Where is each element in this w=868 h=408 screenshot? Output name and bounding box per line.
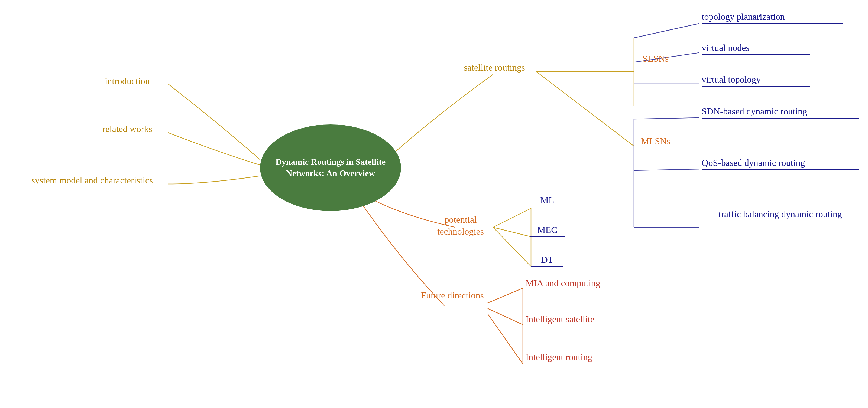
system-model-label: system model and characteristics — [16, 174, 168, 186]
connections-svg — [0, 0, 868, 408]
slsns-label: SLSNs — [634, 53, 677, 65]
svg-line-15 — [488, 308, 523, 325]
mindmap-container: Dynamic Routings in Satellite Networks: … — [0, 0, 868, 408]
mia-computing-label: MIA and computing — [526, 277, 650, 290]
center-label: Dynamic Routings in Satellite Networks: … — [260, 154, 401, 181]
dt-label: DT — [531, 254, 563, 267]
svg-line-7 — [634, 118, 699, 119]
mec-label: MEC — [530, 224, 565, 237]
future-directions-label: Future directions — [417, 290, 488, 301]
potential-technologies-label: potential technologies — [423, 214, 498, 238]
svg-line-11 — [493, 227, 531, 237]
svg-line-5 — [536, 72, 634, 146]
introduction-label: introduction — [84, 75, 171, 87]
svg-line-2 — [634, 24, 699, 38]
virtual-nodes-label: virtual nodes — [702, 42, 810, 55]
svg-line-8 — [634, 169, 699, 170]
ml-label: ML — [531, 194, 563, 207]
svg-line-10 — [493, 208, 531, 227]
traffic-balancing-label: traffic balancing dynamic routing — [702, 208, 859, 221]
qos-routing-label: QoS-based dynamic routing — [702, 157, 859, 170]
svg-line-16 — [488, 314, 523, 364]
sdn-routing-label: SDN-based dynamic routing — [702, 105, 859, 118]
topology-planarization-label: topology planarization — [702, 11, 842, 24]
svg-line-14 — [488, 288, 523, 303]
mlsns-label: MLSNs — [634, 135, 677, 147]
related-works-label: related works — [84, 123, 171, 135]
satellite-routings-label: satellite routings — [450, 62, 539, 74]
intelligent-routing-label: Intelligent routing — [526, 351, 650, 364]
svg-line-12 — [493, 227, 531, 267]
center-node: Dynamic Routings in Satellite Networks: … — [260, 125, 401, 211]
virtual-topology-label: virtual topology — [702, 74, 810, 87]
intelligent-satellite-label: Intelligent satellite — [526, 313, 650, 326]
